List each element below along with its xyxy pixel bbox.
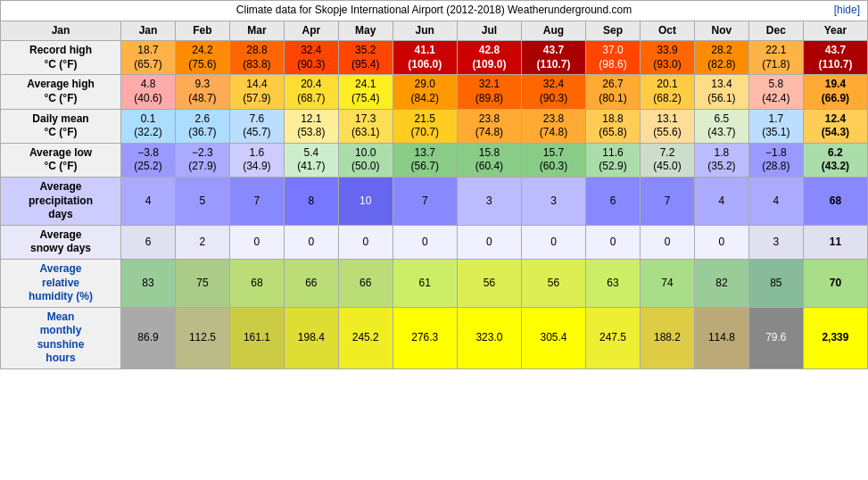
dm-year: 12.4 (54.3) xyxy=(803,109,867,143)
pd-apr: 8 xyxy=(284,177,338,225)
header-nov: Nov xyxy=(694,21,748,41)
header-jun: Jun xyxy=(393,21,457,41)
sd-sep: 0 xyxy=(586,225,641,259)
dm-oct: 13.1 (55.6) xyxy=(641,109,695,143)
dm-jun: 21.5 (70.7) xyxy=(393,109,457,143)
al-aug: 15.7 (60.3) xyxy=(521,143,585,177)
rh-sep: 37.0 (98.6) xyxy=(586,41,641,75)
header-sep: Sep xyxy=(586,21,641,41)
dm-aug: 23.8 (74.8) xyxy=(521,109,585,143)
hum-jan: 83 xyxy=(121,259,176,307)
sun-jan: 86.9 xyxy=(121,307,176,368)
avg-high-row: Average high °C (°F) 4.8 (40.6) 9.3 (48.… xyxy=(1,75,868,109)
precip-days-row: Average precipitation days 4 5 7 8 10 7 … xyxy=(1,177,868,225)
snowy-days-label: Average snowy days xyxy=(1,225,121,259)
ah-oct: 20.1 (68.2) xyxy=(641,75,695,109)
pd-may: 10 xyxy=(338,177,393,225)
header-apr: Apr xyxy=(284,21,338,41)
precip-days-label: Average precipitation days xyxy=(1,177,121,225)
hum-may: 66 xyxy=(338,259,393,307)
sun-sep: 247.5 xyxy=(586,307,641,368)
sun-feb: 112.5 xyxy=(175,307,229,368)
avg-high-label: Average high °C (°F) xyxy=(1,75,121,109)
rh-nov: 28.2 (82.8) xyxy=(694,41,748,75)
ah-jun: 29.0 (84.2) xyxy=(393,75,457,109)
dm-dec: 1.7 (35.1) xyxy=(748,109,803,143)
al-dec: −1.8 (28.8) xyxy=(748,143,803,177)
ah-feb: 9.3 (48.7) xyxy=(175,75,229,109)
pd-aug: 3 xyxy=(521,177,585,225)
rh-aug: 43.7 (110.7) xyxy=(521,41,585,75)
ah-apr: 20.4 (68.7) xyxy=(284,75,338,109)
al-may: 10.0 (50.0) xyxy=(338,143,393,177)
ah-jul: 32.1 (89.8) xyxy=(457,75,521,109)
sd-may: 0 xyxy=(338,225,393,259)
sun-year: 2,339 xyxy=(803,307,867,368)
hum-nov: 82 xyxy=(694,259,748,307)
sun-oct: 188.2 xyxy=(641,307,695,368)
rh-dec: 22.1 (71.8) xyxy=(748,41,803,75)
sunshine-label: Mean monthly sunshine hours xyxy=(1,307,121,368)
hum-feb: 75 xyxy=(175,259,229,307)
rh-year: 43.7 (110.7) xyxy=(803,41,867,75)
table-title-cell: Climate data for Skopje International Ai… xyxy=(1,1,868,21)
ah-nov: 13.4 (56.1) xyxy=(694,75,748,109)
climate-table: Climate data for Skopje International Ai… xyxy=(0,0,868,369)
sd-oct: 0 xyxy=(641,225,695,259)
dm-nov: 6.5 (43.7) xyxy=(694,109,748,143)
rh-apr: 32.4 (90.3) xyxy=(284,41,338,75)
ah-year: 19.4 (66.9) xyxy=(803,75,867,109)
dm-may: 17.3 (63.1) xyxy=(338,109,393,143)
sd-nov: 0 xyxy=(694,225,748,259)
sd-apr: 0 xyxy=(284,225,338,259)
dm-jan: 0.1 (32.2) xyxy=(121,109,176,143)
header-jul: Jul xyxy=(457,21,521,41)
hum-sep: 63 xyxy=(586,259,641,307)
hum-apr: 66 xyxy=(284,259,338,307)
rh-mar: 28.8 (83.8) xyxy=(229,41,284,75)
rh-oct: 33.9 (93.0) xyxy=(641,41,695,75)
rh-jan: 18.7 (65.7) xyxy=(121,41,176,75)
record-high-row: Record high °C (°F) 18.7 (65.7) 24.2 (75… xyxy=(1,41,868,75)
ah-mar: 14.4 (57.9) xyxy=(229,75,284,109)
al-jun: 13.7 (56.7) xyxy=(393,143,457,177)
ah-jan: 4.8 (40.6) xyxy=(121,75,176,109)
daily-mean-row: Daily mean °C (°F) 0.1 (32.2) 2.6 (36.7)… xyxy=(1,109,868,143)
sun-jul: 323.0 xyxy=(457,307,521,368)
al-jul: 15.8 (60.4) xyxy=(457,143,521,177)
hum-aug: 56 xyxy=(521,259,585,307)
dm-jul: 23.8 (74.8) xyxy=(457,109,521,143)
month-header: Jan xyxy=(1,21,121,41)
sd-feb: 2 xyxy=(175,225,229,259)
sd-mar: 0 xyxy=(229,225,284,259)
sun-aug: 305.4 xyxy=(521,307,585,368)
pd-nov: 4 xyxy=(694,177,748,225)
sun-mar: 161.1 xyxy=(229,307,284,368)
al-apr: 5.4 (41.7) xyxy=(284,143,338,177)
sd-jul: 0 xyxy=(457,225,521,259)
sd-aug: 0 xyxy=(521,225,585,259)
humidity-row: Average relative humidity (%) 83 75 68 6… xyxy=(1,259,868,307)
ah-may: 24.1 (75.4) xyxy=(338,75,393,109)
climate-table-container: Climate data for Skopje International Ai… xyxy=(0,0,868,369)
sd-jun: 0 xyxy=(393,225,457,259)
pd-jan: 4 xyxy=(121,177,176,225)
rh-may: 35.2 (95.4) xyxy=(338,41,393,75)
header-oct: Oct xyxy=(641,21,695,41)
humidity-label: Average relative humidity (%) xyxy=(1,259,121,307)
pd-feb: 5 xyxy=(175,177,229,225)
hide-link[interactable]: [hide] xyxy=(834,4,860,18)
al-nov: 1.8 (35.2) xyxy=(694,143,748,177)
dm-feb: 2.6 (36.7) xyxy=(175,109,229,143)
sd-jan: 6 xyxy=(121,225,176,259)
header-year: Year xyxy=(803,21,867,41)
sun-dec: 79.6 xyxy=(748,307,803,368)
header-feb: Feb xyxy=(175,21,229,41)
header-aug: Aug xyxy=(521,21,585,41)
al-sep: 11.6 (52.9) xyxy=(586,143,641,177)
pd-jul: 3 xyxy=(457,177,521,225)
sun-may: 245.2 xyxy=(338,307,393,368)
al-jan: −3.8 (25.2) xyxy=(121,143,176,177)
al-year: 6.2 (43.2) xyxy=(803,143,867,177)
title-row: Climate data for Skopje International Ai… xyxy=(1,1,868,21)
